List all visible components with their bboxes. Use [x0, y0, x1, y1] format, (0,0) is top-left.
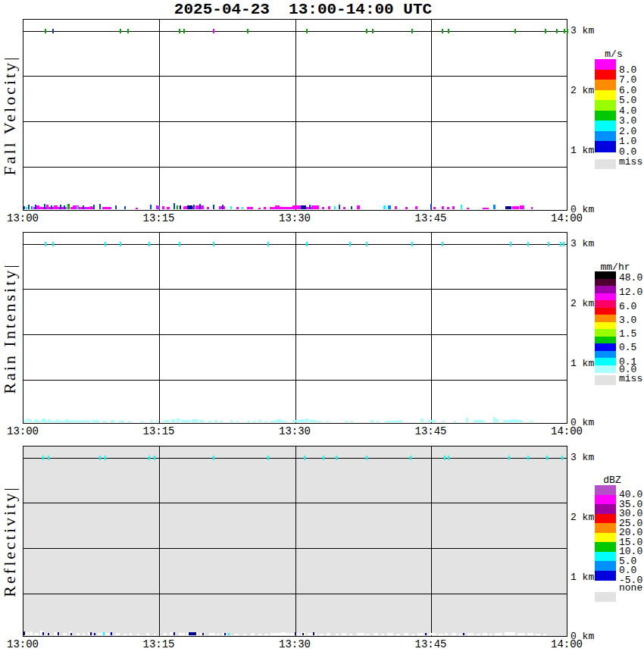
- data-bar: [425, 633, 427, 635]
- data-bar: [111, 420, 114, 422]
- colorbar-tick-label: 12.0: [619, 287, 642, 297]
- data-bar: [118, 421, 124, 422]
- gridline-time: [159, 233, 160, 423]
- time-tick-label: 13:45: [414, 213, 446, 224]
- data-speck: [120, 29, 121, 33]
- data-bar: [102, 207, 111, 209]
- data-bar: [164, 420, 170, 422]
- data-bar: [489, 634, 492, 635]
- data-bar: [236, 207, 239, 209]
- data-speck: [267, 456, 269, 460]
- data-bar: [102, 421, 107, 422]
- gridline-time: [159, 446, 160, 636]
- data-bar: [90, 206, 92, 209]
- data-bar: [345, 421, 348, 422]
- time-tick-label: 13:00: [7, 213, 39, 224]
- data-bar: [170, 632, 173, 635]
- data-bar: [319, 634, 324, 635]
- time-tick-label: 13:00: [7, 639, 39, 650]
- gridline-time: [431, 20, 432, 210]
- colorbar-missing-label: none: [619, 583, 642, 593]
- data-speck: [349, 242, 351, 246]
- data-bar: [357, 205, 360, 209]
- data-bar: [442, 421, 445, 422]
- colorbar-block: [595, 561, 616, 571]
- data-bar: [83, 205, 84, 209]
- data-bar: [512, 206, 519, 209]
- data-bar: [137, 634, 139, 635]
- data-bar: [399, 420, 402, 422]
- data-bar: [415, 206, 417, 209]
- colorbar-block: [595, 90, 616, 101]
- data-bar: [162, 206, 164, 209]
- data-bar: [305, 418, 308, 422]
- data-bar: [527, 633, 533, 635]
- data-speck: [154, 456, 155, 460]
- data-speck: [336, 456, 337, 460]
- data-bar: [411, 634, 414, 635]
- colorbar-block: [595, 300, 616, 308]
- data-bar: [156, 421, 159, 422]
- data-bar: [334, 206, 336, 209]
- data-bar: [224, 633, 226, 635]
- data-bar: [42, 418, 45, 422]
- data-bar: [99, 204, 101, 209]
- data-bar: [84, 420, 86, 422]
- data-speck: [527, 242, 529, 246]
- data-bar: [242, 207, 243, 209]
- data-bar: [128, 421, 131, 422]
- data-bar: [199, 420, 204, 422]
- data-bar: [292, 420, 300, 422]
- data-bar: [64, 205, 65, 209]
- data-speck: [304, 456, 305, 460]
- data-bar: [349, 634, 352, 635]
- data-speck: [213, 456, 214, 460]
- data-bar: [123, 634, 127, 635]
- data-bar: [230, 206, 232, 209]
- height-tick-label: 3 km: [571, 239, 594, 249]
- data-bar: [236, 421, 239, 422]
- data-bar: [327, 421, 329, 422]
- data-bar: [387, 633, 393, 635]
- colorbar-block: [595, 343, 616, 351]
- data-bar: [25, 632, 29, 635]
- data-bar: [26, 207, 27, 209]
- rain-intensity-panel: [23, 232, 567, 424]
- data-bar: [105, 633, 109, 635]
- colorbar-block: [595, 59, 616, 70]
- data-speck: [548, 242, 549, 246]
- data-bar: [429, 633, 436, 635]
- data-bar: [351, 421, 353, 422]
- data-bar: [452, 206, 455, 209]
- gridline-time: [159, 20, 160, 210]
- data-bar: [213, 205, 214, 209]
- colorbar-block: [595, 121, 616, 131]
- data-speck: [563, 242, 564, 246]
- data-bar: [202, 633, 204, 635]
- data-bar: [27, 418, 29, 422]
- data-bar: [189, 632, 196, 635]
- data-bar: [301, 205, 306, 209]
- data-bar: [370, 420, 374, 422]
- data-bar: [124, 206, 126, 209]
- data-speck: [560, 242, 561, 246]
- time-tick-label: 13:45: [414, 639, 446, 650]
- data-bar: [77, 206, 78, 209]
- data-bar: [428, 420, 436, 422]
- gridline-time: [295, 233, 296, 423]
- data-bar: [199, 204, 201, 209]
- data-bar: [48, 419, 51, 422]
- data-bar: [181, 420, 190, 422]
- data-bar: [505, 206, 511, 209]
- data-speck: [411, 242, 413, 246]
- colorbar-block: [595, 495, 616, 505]
- data-bar: [328, 206, 330, 209]
- data-bar: [512, 419, 517, 422]
- colorbar-missing-label: miss: [619, 157, 642, 167]
- data-bar: [217, 634, 220, 635]
- data-speck: [120, 242, 121, 246]
- data-bar: [300, 419, 305, 422]
- colorbar-block: [595, 80, 616, 90]
- colorbar-tick-label: 7.0: [619, 75, 636, 85]
- data-bar: [454, 421, 456, 422]
